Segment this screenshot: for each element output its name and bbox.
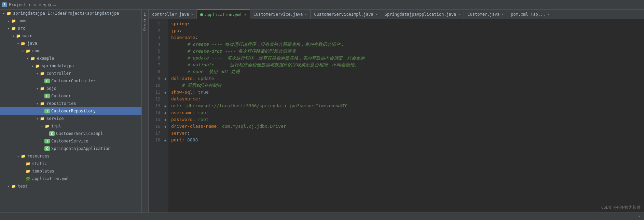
folder-icon: 📁 [35,64,40,68]
tab-label: CustomerService.java [254,12,303,17]
collapse-icon[interactable]: ≡ [38,2,41,8]
line-number: 9 [149,75,160,82]
gutter-icons: ◆◆◆◆◆◆◆ [162,19,168,212]
tree-item-Customer[interactable]: C Customer [0,92,141,100]
code-line: # create ---- 每次运行该程序，没有表格会新建表格，表内有数据会清空… [171,41,644,48]
tree-item-CustomerService[interactable]: I CustomerService [0,137,141,145]
tree-item-repositories[interactable]: ▾ 📁 repositories [0,100,141,107]
gutter-icon [162,41,168,48]
minimize-icon[interactable]: — [53,2,56,8]
tree-item-impl[interactable]: ▾ 📁 impl [0,122,141,130]
tree-arrow: ▸ [6,184,11,188]
tab-close-button[interactable]: ✕ [244,13,246,16]
line-number: 12 [149,96,160,102]
tree-item-label: CustomerService [51,139,141,143]
tab-CustomerServiceImpl_java[interactable]: CustomerServiceImpl.java ✕ [311,10,381,19]
tree-item-springdatajpa[interactable]: ▾ 📁 springdatajpa E:\IdeaProjects\spring… [0,10,141,17]
spring-interface-icon: I [44,139,50,143]
line-number: 11 [149,89,160,96]
folder-icon: 📁 [25,161,31,166]
tree-arrow: ▾ [35,87,40,91]
tab-close-button[interactable]: ✕ [191,12,193,16]
tree-arrow: ▾ [11,34,16,38]
code-line: # 显示sql在控制台 [171,82,644,89]
gutter-icon [162,27,168,34]
settings-icon[interactable]: ⚙ [48,2,51,8]
watermark: CSDN @有多勉为其难 [601,205,641,210]
tree-item-CustomerServiceImpl[interactable]: C CustomerServiceImpl [0,130,141,137]
tab-controller_java[interactable]: controller.java ✕ [149,10,197,19]
tree-item-label: pojo [46,86,141,91]
tab-close-button[interactable]: ✕ [305,12,307,16]
tree-arrow: ▾ [35,72,40,75]
gutter-icon: ◆ [162,123,168,130]
tab-Customer_java[interactable]: Customer.java ✕ [464,10,507,19]
tree-item-label: java [27,41,141,46]
folder-icon: 📁 [11,184,16,189]
tab-label: CustomerServiceImpl.java [314,12,373,17]
code-line: datasource: [171,96,644,102]
gutter-icon: ◆ [162,116,168,123]
tree-item-templates[interactable]: 📁 templates [0,167,141,175]
tree-item-src[interactable]: ▾ 📁 src [0,25,141,32]
tree-item-label: springdatajpa E:\IdeaProjects\springdata… [13,11,141,16]
tree-item-example[interactable]: ▾ 📁 example [0,55,141,62]
tree-item-label: .mvn [18,18,141,23]
tab-close-button[interactable]: ✕ [458,12,460,16]
gutter-icon [162,68,168,75]
tree-item-label: SpringdatajpaApplication [51,146,141,151]
code-line: server: [171,130,644,137]
sync-icon[interactable]: ⊕ [33,2,36,8]
status-right: ✓ [638,214,641,219]
tab-SpringdatajpaApplication_java[interactable]: SpringdatajpaApplication.java ✕ [381,10,464,19]
spring-class-icon: C [44,146,50,151]
tree-item-label: Customer [51,94,141,98]
gutter-icon [162,34,168,41]
tree-item-label: CustomerController [51,79,141,83]
tree-item-controller[interactable]: ▾ 📁 controller [0,70,141,77]
code-line: port: 8888 [171,137,644,143]
tree-item-CustomerRepository[interactable]: I CustomerRepository [0,107,141,115]
vertical-tab-strip: Structure [142,10,149,212]
tree-item-label: static [32,161,141,166]
line-number: 8 [149,68,160,75]
tree-item-main[interactable]: ▾ 📁 main [0,32,141,40]
tree-item-springdatajpa2[interactable]: ▾ 📁 springdatajpa [0,62,141,70]
tree-item-resources[interactable]: ▾ 📁 resources [0,152,141,160]
folder-icon: 📁 [16,33,21,38]
project-tree: ▾ 📁 springdatajpa E:\IdeaProjects\spring… [0,10,142,212]
main-layout: ▾ 📁 springdatajpa E:\IdeaProjects\spring… [0,10,644,212]
gutter-icon [162,61,168,68]
line-number: 3 [149,34,160,41]
folder-icon: 📁 [40,101,45,106]
tree-item-mvn[interactable]: ▸ 📁 .mvn [0,17,141,25]
tab-close-button[interactable]: ✕ [375,12,378,16]
tree-item-service[interactable]: ▾ 📁 service [0,115,141,122]
tree-item-test[interactable]: ▸ 📁 test [0,182,141,190]
tab-close-button[interactable]: ✕ [547,12,549,16]
line-number: 10 [149,82,160,89]
tree-item-pojo[interactable]: ▾ 📁 pojo [0,85,141,92]
tree-arrow: ▾ [6,27,11,30]
tree-item-static[interactable]: 📁 static [0,160,141,167]
project-selector[interactable]: P Project ▾ [2,2,31,7]
tree-item-CustomerController[interactable]: C CustomerController [0,77,141,85]
code-content[interactable]: spring: jpa: hibernate: # create ---- 每次… [168,19,644,212]
code-line: username: root [171,109,644,116]
tree-item-application_yaml[interactable]: 🌿 application.yml [0,175,141,182]
src-folder-icon: 📂 [20,41,26,46]
tab-close-button[interactable]: ✕ [502,12,504,16]
tree-item-com[interactable]: ▾ 📁 com [0,47,141,55]
tree-item-label: service [46,116,141,121]
dropdown-arrow[interactable]: ▾ [28,2,31,7]
tree-item-java[interactable]: ▾ 📂 java [0,40,141,47]
project-label: Project [9,2,26,7]
line-number: 14 [149,109,160,116]
sort-icon[interactable]: ⇅ [43,2,46,8]
tab-application_yml[interactable]: application.yml ✕ [197,10,250,19]
code-line: ddl-auto: update [171,75,644,82]
tree-item-SpringdatajpaApplication[interactable]: C SpringdatajpaApplication [0,145,141,152]
structure-tab[interactable]: Structure [142,11,148,32]
tab-pom_xml[interactable]: pom.xml (sp... ✕ [507,10,553,19]
tab-CustomerService_java[interactable]: CustomerService.java ✕ [250,10,311,19]
